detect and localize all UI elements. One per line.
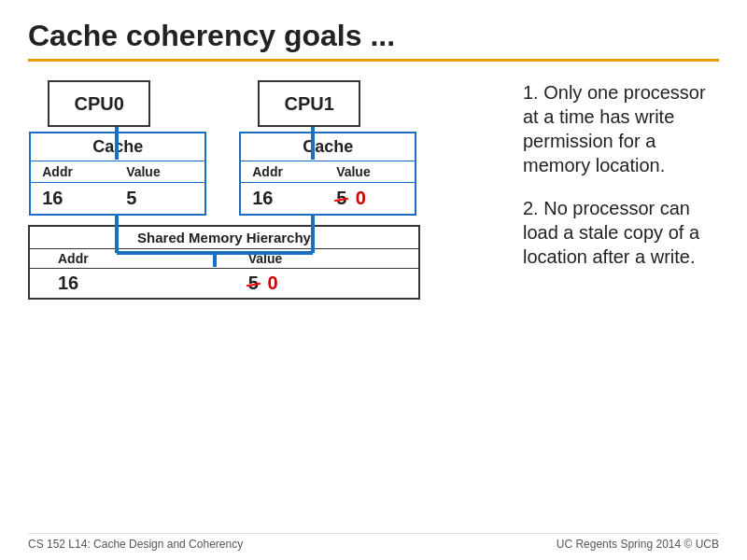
footer-left: CS 152 L14: Cache Design and Coherency <box>28 538 243 551</box>
rule-2: 2. No processor can load a stale copy of… <box>523 196 719 269</box>
cpu0-box: CPU0 <box>48 80 150 127</box>
cache1-strike-value: 5 <box>336 188 346 209</box>
cache0-col-value: Value <box>115 161 204 183</box>
cache0-row-addr: 16 <box>31 183 115 215</box>
rules-area: 1. Only one processor at a time has writ… <box>504 80 719 525</box>
cache1-row-addr: 16 <box>241 183 325 215</box>
shared-new-value: 0 <box>267 273 277 293</box>
footer: CS 152 L14: Cache Design and Coherency U… <box>28 533 719 551</box>
rule-1-text: 1. Only one processor at a time has writ… <box>523 80 719 177</box>
cache1-new-value: 0 <box>356 188 366 208</box>
cache1-row-value: 5 0 <box>325 183 415 215</box>
gold-divider <box>28 59 719 62</box>
cache0-row-value: 5 <box>115 183 204 215</box>
rule-1: 1. Only one processor at a time has writ… <box>523 80 719 177</box>
shared-row-addr: 16 <box>30 269 220 299</box>
shared-strike-value: 5 <box>248 273 259 294</box>
footer-right: UC Regents Spring 2014 © UCB <box>557 538 719 551</box>
cache0-col-addr: Addr <box>31 161 115 183</box>
shared-row-value: 5 0 <box>220 269 418 299</box>
rule-2-text: 2. No processor can load a stale copy of… <box>523 196 719 269</box>
cache1-col-value: Value <box>325 161 415 183</box>
cpu1-box: CPU1 <box>258 80 360 127</box>
page-title: Cache coherency goals ... <box>28 19 719 53</box>
cache-diagram: CPU0 CPU1 Cache <box>28 80 504 525</box>
cache1-col-addr: Addr <box>241 161 325 183</box>
